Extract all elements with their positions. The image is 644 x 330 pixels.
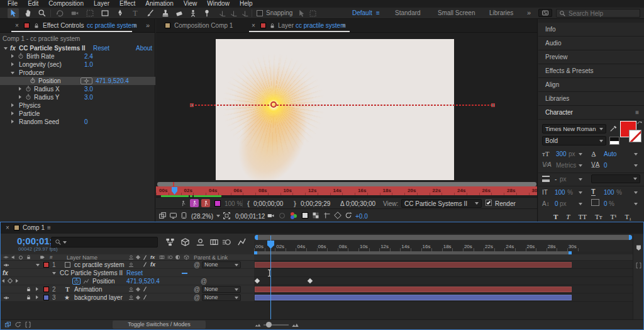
faux-bold-button[interactable]: T [553,213,558,220]
menu-item[interactable]: Animation [140,0,178,8]
snapshot-button[interactable] [267,212,275,220]
expand-transfer-modes-icon[interactable] [14,321,21,328]
layer-name[interactable]: cc practile system [74,261,124,269]
workspace-settings-button[interactable] [538,9,552,17]
type-tool-button[interactable]: T [130,8,141,18]
snapping-checkbox[interactable] [257,10,263,16]
quality-switch[interactable] [143,287,147,291]
chevron-down-icon[interactable] [579,203,582,205]
collapse-switch[interactable] [136,295,140,300]
collapse-switch[interactable] [136,287,140,292]
menu-item[interactable]: Effect [114,0,140,8]
effect-controls-tab-title[interactable]: Effect Controls [43,22,84,29]
zoom-tool-button[interactable] [36,8,48,18]
pan-behind-tool-button[interactable] [84,8,96,18]
small-caps-button[interactable]: Tᴛ [595,213,602,220]
hide-shy-layers-button[interactable] [196,237,205,247]
render-checkbox[interactable] [486,200,492,206]
graph-editor-button[interactable] [237,237,247,247]
parent-select[interactable]: None [202,294,241,301]
layer-bar-1[interactable] [255,262,572,268]
expand-in-out-icon[interactable] [25,321,31,328]
clone-stamp-tool-button[interactable] [160,8,171,18]
parent-pickwhip[interactable]: @ [194,261,200,269]
preview-opacity[interactable]: 100 % [225,200,242,207]
layer-twirl[interactable] [36,264,40,266]
tsume-value[interactable]: 0 [604,200,608,207]
layer-label-chip[interactable] [43,287,49,292]
viewer-timecode[interactable]: 0;00;01;12 [235,213,265,220]
camera-tool-button[interactable] [69,8,80,18]
help-search-box[interactable] [556,9,640,18]
lock-toggle[interactable] [26,295,31,300]
superscript-button[interactable]: T¹ [610,213,616,220]
position-picker-button[interactable] [80,77,92,84]
physics-twirl[interactable] [11,103,14,107]
parent-pickwhip[interactable]: @ [194,293,200,302]
random-seed-twirl[interactable] [11,120,14,123]
dock-panel-header[interactable]: Audio [538,37,644,50]
dock-panel-header[interactable]: Info [538,23,644,37]
view-toggle-2[interactable] [190,199,199,207]
parent-select[interactable]: None [202,286,241,293]
effect-reset-link[interactable]: Reset [93,44,109,52]
shy-switch[interactable] [128,295,134,300]
guides-button[interactable] [323,212,331,219]
eye-toggle[interactable] [3,262,9,268]
stopwatch-icon[interactable] [25,86,31,92]
motion-blur-button[interactable] [222,237,231,247]
effect-controls-tab-target[interactable]: cc practile system [87,22,136,29]
faux-italic-button[interactable]: T [566,213,570,220]
navigator-bar[interactable] [255,235,632,240]
stopwatch-icon[interactable] [30,77,36,84]
property-value[interactable]: 471.9,520.4 [126,277,160,285]
menu-item[interactable]: File [3,0,23,8]
radius-y-twirl[interactable] [19,95,21,99]
property-pickwhip[interactable]: @ [201,277,207,285]
layer-name-column-header[interactable]: Layer Name [67,254,97,261]
out-point-icon[interactable]: } [294,200,296,207]
chevron-down-icon[interactable] [579,153,582,156]
layer-row-2[interactable]: 2 T Animation @ None [1,285,254,293]
tracking-value[interactable]: 0 [604,162,608,169]
parent-pickwhip[interactable]: @ [194,285,200,293]
eraser-tool-button[interactable] [174,8,185,18]
keyframe-diamond[interactable] [308,278,313,283]
timeline-tab-title[interactable]: Comp 1 [23,224,45,231]
mirror-device-button[interactable] [180,212,188,220]
selection-tool-button[interactable] [8,8,19,18]
layer-row-3[interactable]: 3 ★ background layer @ None [1,293,254,302]
chevron-down-icon[interactable] [634,153,638,156]
effect-name[interactable]: CC Particle Systems II [19,44,86,52]
effect-twirl[interactable] [4,47,8,50]
frame-blending-button[interactable] [209,237,219,247]
fx-switch[interactable]: fx [150,261,155,269]
world-axis-mode-button[interactable] [228,8,239,18]
layer-bar-3[interactable] [255,295,572,300]
leading-value[interactable]: Auto [604,151,617,157]
font-style-select[interactable]: Bold [542,136,606,145]
viewer-canvas[interactable] [216,39,454,180]
menu-item[interactable]: Composition [43,0,89,8]
chevron-down-icon[interactable] [634,203,638,205]
viewer-scrollbar[interactable] [157,182,536,186]
draft-3d-button[interactable] [180,237,190,247]
vertical-scale-value[interactable]: 100 [555,189,565,196]
effect-name[interactable]: CC Particle Systems II [60,269,123,277]
chevron-down-icon[interactable] [579,178,582,181]
view-axis-mode-button[interactable] [239,8,250,18]
random-seed-value[interactable]: 0 [84,118,88,126]
tab-layer-prefix[interactable]: Layer [278,22,294,29]
birth-rate-twirl[interactable] [11,54,14,58]
panel-menu-icon[interactable]: ≡ [47,224,51,231]
tab-composition[interactable]: Composition Comp 1 [174,22,233,29]
hand-tool-button[interactable] [23,8,34,18]
character-panel-header[interactable]: Character ≡ [538,106,644,120]
chevron-down-icon[interactable] [634,164,638,167]
radius-y-value[interactable]: 3.0 [84,93,93,101]
fx-badge[interactable]: fx [10,44,16,52]
workspace-tab-small-screen[interactable]: Small Screen [438,9,475,16]
layer-label-chip[interactable] [43,262,49,268]
all-caps-button[interactable]: TT [578,213,586,220]
chevron-down-icon[interactable] [579,164,582,167]
